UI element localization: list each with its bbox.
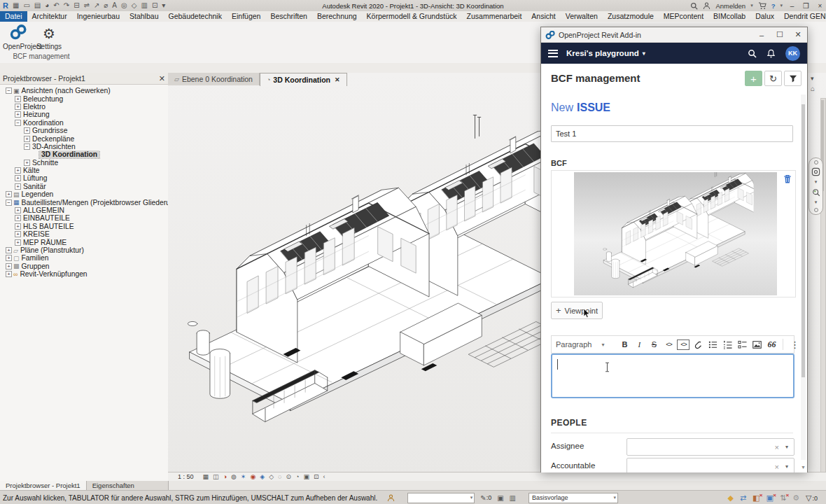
tree-item[interactable]: +Grundrisse: [0, 127, 168, 134]
tree-item[interactable]: +KREISE: [0, 230, 168, 238]
tree-item[interactable]: +▩Gruppen: [0, 262, 168, 270]
tree-toggle-icon[interactable]: +: [6, 271, 12, 277]
tree-toggle-icon[interactable]: +: [15, 167, 21, 174]
openproject-ribbon-button[interactable]: OpenProject: [3, 24, 34, 50]
tree-item[interactable]: −▣Ansichten (nach Gewerken): [0, 87, 168, 94]
tree-item[interactable]: +Kälte: [0, 167, 168, 174]
properties-icon[interactable]: ▣: [303, 473, 309, 480]
print-icon[interactable]: ⊟: [74, 0, 79, 11]
section-icon[interactable]: ◇: [132, 0, 137, 11]
minimize-button[interactable]: –: [752, 28, 771, 42]
navigation-bar[interactable]: ▾ ▾: [808, 158, 823, 215]
tree-toggle-icon[interactable]: +: [15, 223, 21, 230]
addin-title-bar[interactable]: OpenProject Revit Add-in – ☐ ✕: [541, 27, 807, 43]
ribbon-tab-verwalten[interactable]: Verwalten: [561, 11, 603, 22]
close-icon[interactable]: ✕: [159, 74, 165, 83]
viewpoint-thumbnail[interactable]: [574, 172, 777, 295]
crop-view-icon[interactable]: ◉: [250, 473, 255, 480]
aligned-dimension-icon[interactable]: ↗: [94, 0, 99, 11]
ribbon-tab-datei[interactable]: Datei: [0, 11, 27, 22]
ribbon-tab-einf-gen[interactable]: Einfügen: [227, 11, 265, 22]
tree-toggle-icon[interactable]: +: [15, 207, 21, 214]
view-tab-ebene-0-koordination[interactable]: ▱Ebene 0 Koordination: [168, 73, 260, 85]
restore-button[interactable]: ❒: [802, 1, 811, 10]
close-button[interactable]: ✕: [789, 28, 807, 42]
vertical-scrollbar[interactable]: [820, 98, 826, 477]
delete-viewpoint-icon[interactable]: [783, 174, 792, 186]
tree-toggle-icon[interactable]: +: [15, 215, 21, 221]
open-icon[interactable]: ▭: [23, 0, 29, 11]
numbered-list-button[interactable]: [721, 337, 734, 351]
tree-toggle-icon[interactable]: +: [15, 183, 21, 190]
insert-image-button[interactable]: [750, 337, 763, 351]
tree-toggle-icon[interactable]: +: [15, 239, 21, 246]
undo-icon[interactable]: ↶: [53, 0, 59, 11]
zoom-tool-icon[interactable]: [812, 188, 820, 197]
tree-toggle-icon[interactable]: −: [15, 120, 21, 126]
chevron-down-icon[interactable]: ▾: [815, 179, 818, 185]
inline-code-button[interactable]: <>: [662, 337, 675, 351]
tree-item[interactable]: +Deckenpläne: [0, 134, 168, 142]
visual-style-icon[interactable]: ◫: [213, 473, 219, 480]
tree-item[interactable]: +Elektro: [0, 103, 168, 111]
crop-size-icon[interactable]: ▦: [203, 473, 209, 480]
tree-item[interactable]: +Lüftung: [0, 174, 168, 182]
reveal-hidden-icon[interactable]: ⊙: [286, 473, 291, 480]
tree-item[interactable]: +Sanitär: [0, 183, 168, 190]
search-icon[interactable]: [690, 2, 698, 10]
search-icon[interactable]: [748, 49, 757, 58]
view-scale[interactable]: 1 : 50: [178, 473, 194, 480]
ribbon-tab-ingenieurbau[interactable]: Ingenieurbau: [72, 11, 125, 22]
ribbon-tab-beschriften[interactable]: Beschriften: [265, 11, 312, 22]
tree-item[interactable]: −Koordination: [0, 119, 168, 127]
tree-item[interactable]: +MEP RÄUME: [0, 238, 168, 246]
worksharing-users-icon[interactable]: ◧×: [752, 493, 760, 502]
tree-item[interactable]: −▦Bauteillisten/Mengen (Projektbrowser G…: [0, 198, 168, 206]
save-icon[interactable]: ▤: [34, 0, 41, 11]
3d-view-icon[interactable]: ◎: [121, 0, 127, 11]
active-workset-icon[interactable]: ◆: [727, 493, 733, 502]
chevron-down-icon[interactable]: ▾: [750, 3, 753, 8]
tree-toggle-icon[interactable]: −: [6, 200, 12, 206]
tree-toggle-icon[interactable]: +: [24, 136, 30, 142]
tree-item[interactable]: +Heizung: [0, 111, 168, 118]
constraints-icon[interactable]: ⊡: [314, 473, 319, 480]
ribbon-tab-stahlbau[interactable]: Stahlbau: [125, 11, 163, 22]
settings-ribbon-button[interactable]: ⚙ Settings: [34, 24, 64, 50]
assignee-select[interactable]: × ▾: [626, 438, 794, 456]
maximize-button[interactable]: ☐: [771, 28, 789, 42]
thin-lines-icon[interactable]: ▥: [141, 0, 147, 11]
filter-button[interactable]: [784, 71, 802, 86]
design-options-icon[interactable]: ▣×: [766, 493, 774, 502]
3d-model-view[interactable]: [174, 81, 574, 481]
menu-icon[interactable]: [548, 50, 558, 57]
view-tab-3d-koordination[interactable]: ◔3D Koordination✕: [260, 73, 347, 86]
tree-toggle-icon[interactable]: +: [24, 127, 30, 134]
sign-in-button[interactable]: Anmelden: [715, 2, 746, 10]
close-icon[interactable]: ✕: [335, 76, 340, 83]
project-selector[interactable]: Kresi's playground ▾: [566, 49, 645, 57]
code-block-button[interactable]: <>: [677, 340, 690, 350]
ui-icon[interactable]: ⊡: [152, 0, 158, 11]
tree-toggle-icon[interactable]: +: [6, 247, 12, 253]
tree-item[interactable]: +▤Legenden: [0, 190, 168, 198]
strikethrough-button[interactable]: S: [648, 337, 660, 351]
sync-status-icon[interactable]: ⇅×: [780, 493, 786, 502]
ribbon-tab-zusatzmodule[interactable]: Zusatzmodule: [603, 11, 659, 22]
tree-toggle-icon[interactable]: +: [15, 231, 21, 237]
tree-item[interactable]: +∞Revit-Verknüpfungen: [0, 270, 168, 278]
tree-item[interactable]: +▢Familien: [0, 254, 168, 262]
sync-icon[interactable]: ◕: [45, 0, 49, 11]
text-icon[interactable]: A: [112, 0, 117, 11]
workset-select[interactable]: ▾: [407, 493, 475, 503]
lock-3d-icon[interactable]: ◇: [269, 473, 274, 480]
ribbon-tab-mepcontent[interactable]: MEPcontent: [659, 11, 708, 22]
shadows-icon[interactable]: ◍: [231, 473, 237, 480]
crop-region-icon[interactable]: ◈: [260, 473, 265, 480]
add-viewpoint-button[interactable]: + Viewpoint: [551, 302, 603, 319]
minimize-button[interactable]: –: [788, 1, 797, 10]
close-button[interactable]: ×: [816, 1, 825, 10]
chevron-down-icon[interactable]: ▾: [815, 200, 818, 205]
tree-toggle-icon[interactable]: +: [15, 96, 21, 102]
isolate-icon[interactable]: ◌: [278, 473, 281, 480]
